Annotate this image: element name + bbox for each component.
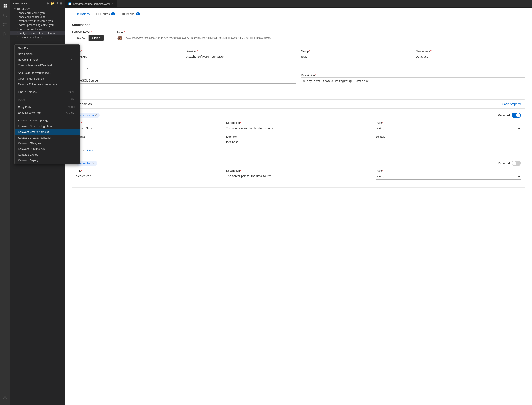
search-activity-icon[interactable]: [1, 11, 9, 20]
tag-remove-serverPort[interactable]: ✕: [92, 162, 95, 165]
tab-postgres-source[interactable]: postgres-source.kamelet.yaml ✕: [65, 0, 117, 7]
menu-copy-path[interactable]: Copy Path ⌥⌘C: [14, 104, 80, 110]
menu-separator-4: [14, 103, 80, 103]
property-description-input-port[interactable]: [226, 173, 371, 179]
menu-karavan-kamelet[interactable]: Karavan: Create Kamelet: [14, 129, 80, 135]
menu-reveal-finder[interactable]: Reveal in Finder ⌥⌘R: [14, 57, 80, 62]
menu-karavan-topology[interactable]: Karavan: Show Topology: [14, 118, 80, 123]
source-control-activity-icon[interactable]: [1, 20, 9, 29]
user-activity-icon[interactable]: [1, 393, 9, 402]
menu-remove-folder[interactable]: Remove Folder from Workspace: [14, 81, 80, 87]
extensions-activity-icon[interactable]: [1, 39, 9, 47]
run-activity-icon[interactable]: [1, 30, 9, 38]
metadata-row: Version* Provider* Group*: [72, 50, 525, 60]
add-enum-button[interactable]: + Add: [87, 149, 94, 152]
tab-definitions[interactable]: ⊞ Definitions: [68, 10, 93, 18]
menu-karavan-deploy[interactable]: Karavan: Deploy: [14, 157, 80, 163]
property-title-label-port: Title*: [76, 169, 221, 172]
stable-button[interactable]: Stable: [89, 35, 104, 41]
property-format-label: Format: [76, 135, 221, 138]
property-default-field: Default: [376, 135, 521, 145]
property-default-label: Default: [376, 135, 521, 138]
icon-field: Icon * 🐻 data:image/svg+xml;base64,PHN2Z…: [117, 31, 272, 40]
property-description-input[interactable]: [226, 125, 371, 131]
property-fields-serverName-2: Format Example Default: [76, 135, 521, 145]
version-input[interactable]: [72, 54, 181, 60]
file-warning-icon: !: [17, 20, 18, 22]
description-textarea[interactable]: [301, 77, 525, 94]
menu-karavan-export[interactable]: Karavan: Export: [14, 152, 80, 157]
support-buttons-group: Preview Stable: [72, 35, 104, 41]
add-property-button[interactable]: + Add property: [502, 102, 521, 106]
menu-paste[interactable]: Paste ⌘V: [14, 97, 80, 102]
file-events-mqtt[interactable]: ! events-from-mqtt.camel.yaml: [10, 19, 65, 23]
property-type-select-port[interactable]: string integer boolean: [376, 173, 521, 180]
menu-new-file[interactable]: New File...: [14, 45, 80, 51]
svg-line-1: [6, 16, 7, 17]
menu-find-folder[interactable]: Find in Folder... ⌥⇧F: [14, 89, 80, 95]
group-label: Group*: [301, 50, 411, 53]
property-format-input[interactable]: [76, 139, 221, 145]
version-field: Version*: [72, 50, 181, 60]
tag-remove-serverName[interactable]: ✕: [94, 114, 97, 117]
file-check-crm[interactable]: ! check-crm.camel.yaml: [10, 11, 65, 15]
svg-rect-6: [3, 41, 5, 43]
property-title-input-port[interactable]: [76, 173, 221, 179]
icon-data-value: data:image/svg+xml;base64,PHN2ZyByb2xlPS…: [126, 37, 272, 40]
annotations-section: Annotations Support Level * Preview Stab…: [72, 23, 525, 41]
namespace-label: Namespace*: [416, 50, 525, 53]
file-parcel-processing[interactable]: ! parcel-processing.camel.yaml: [10, 23, 65, 27]
support-level-row: Support Level * Preview Stable Icon: [72, 30, 525, 41]
menu-copy-rel-path[interactable]: Copy Relative Path ⌥⇧⌘C: [14, 110, 80, 116]
menu-karavan-runtime[interactable]: Karavan: Runtime run: [14, 146, 80, 152]
file-parcels[interactable]: ! parcels.camel.yaml: [10, 27, 65, 31]
properties-header: Properties + Add property: [72, 100, 525, 108]
namespace-input[interactable]: [416, 54, 525, 60]
property-title-input[interactable]: [76, 125, 221, 131]
group-input[interactable]: [301, 54, 411, 60]
menu-new-folder[interactable]: New Folder...: [14, 51, 80, 57]
file-rest-api[interactable]: ! rest-api.camel.yaml: [10, 35, 65, 39]
enum-row-serverName: Enum + Add: [76, 149, 521, 152]
description-label: Description*: [301, 74, 525, 77]
property-default-input[interactable]: [376, 139, 521, 145]
tab-bar: postgres-source.kamelet.yaml ✕: [65, 0, 532, 8]
new-file-icon[interactable]: ⊕: [47, 2, 49, 5]
property-format-field: Format: [76, 135, 221, 145]
menu-karavan-application[interactable]: Karavan: Create Application: [14, 135, 80, 140]
menu-folder-settings[interactable]: Open Folder Settings: [14, 76, 80, 81]
collapse-icon[interactable]: ⊟: [60, 2, 62, 5]
preview-button[interactable]: Preview: [72, 35, 89, 41]
routes-tab-icon: ⊞: [96, 12, 99, 16]
editor-content: ⊞ Definitions ⊞ Routes 1 ⊞ Beans 1 Annot…: [65, 8, 532, 405]
property-fields-serverPort: Title* Description* Type*: [76, 169, 521, 180]
file-check-erp[interactable]: ! check-erp.camel.yaml: [10, 15, 65, 19]
sidebar-header-actions: ⊕ 📁 ↺ ⊟: [47, 2, 62, 5]
tab-beans[interactable]: ⊞ Beans 1: [119, 10, 143, 18]
required-toggle-switch-serverName[interactable]: [512, 113, 521, 118]
required-toggle-switch-serverPort[interactable]: [512, 161, 521, 166]
property-type-select[interactable]: string integer boolean: [376, 125, 521, 132]
file-postgres-source[interactable]: ! postgres-source.kamelet.yaml: [10, 31, 65, 35]
menu-separator-1: [14, 69, 80, 69]
menu-karavan-integration[interactable]: Karavan: Create Integration: [14, 123, 80, 129]
svg-point-10: [4, 396, 6, 397]
menu-karavan-jbang[interactable]: Karavan: JBang run: [14, 140, 80, 146]
form-content: Annotations Support Level * Preview Stab…: [65, 18, 532, 193]
explorer-activity-icon[interactable]: [1, 2, 9, 10]
property-type-field: Type* string integer boolean: [376, 121, 521, 132]
title-input[interactable]: [72, 77, 296, 84]
svg-rect-7: [5, 41, 7, 43]
property-card-serverPort: serverPort ✕ Required Title*: [72, 156, 525, 188]
refresh-icon[interactable]: ↺: [55, 2, 58, 5]
property-example-input[interactable]: [226, 139, 371, 145]
tab-close-button[interactable]: ✕: [111, 2, 114, 5]
new-folder-icon[interactable]: 📁: [50, 2, 54, 5]
required-label: Required: [498, 114, 510, 117]
tab-routes[interactable]: ⊞ Routes 1: [93, 10, 118, 18]
menu-add-folder[interactable]: Add Folder to Workspace...: [14, 70, 80, 76]
provider-input[interactable]: [186, 54, 296, 60]
annotations-title: Annotations: [72, 23, 525, 27]
sidebar: EXPLORER ⊕ 📁 ↺ ⊟ TOPOLOGY ! check-crm.ca…: [10, 0, 65, 405]
menu-open-terminal[interactable]: Open in Integrated Terminal: [14, 62, 80, 68]
